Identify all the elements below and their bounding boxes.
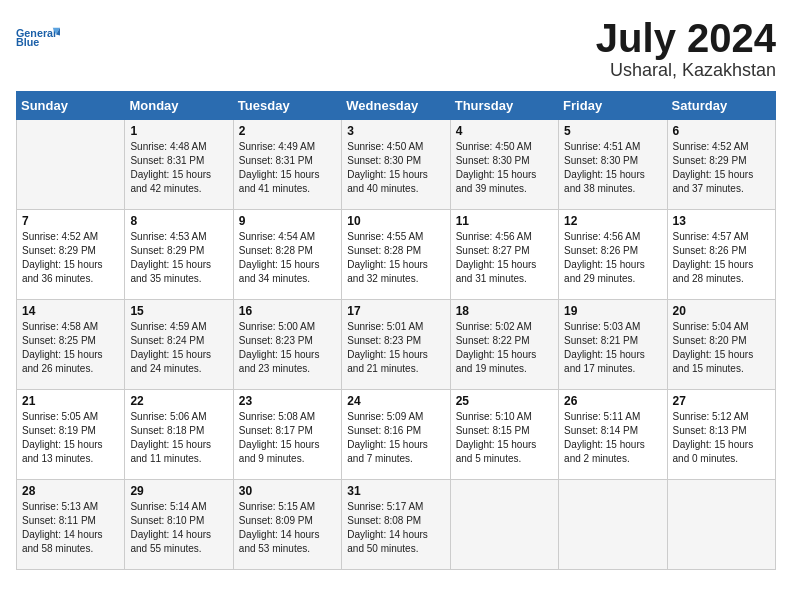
day-info: Sunrise: 5:14 AMSunset: 8:10 PMDaylight:… xyxy=(130,500,227,556)
day-number: 13 xyxy=(673,214,770,228)
calendar-cell: 19Sunrise: 5:03 AMSunset: 8:21 PMDayligh… xyxy=(559,300,667,390)
svg-text:Blue: Blue xyxy=(16,36,39,48)
calendar-cell: 27Sunrise: 5:12 AMSunset: 8:13 PMDayligh… xyxy=(667,390,775,480)
calendar-cell: 13Sunrise: 4:57 AMSunset: 8:26 PMDayligh… xyxy=(667,210,775,300)
calendar-cell: 10Sunrise: 4:55 AMSunset: 8:28 PMDayligh… xyxy=(342,210,450,300)
calendar-cell xyxy=(667,480,775,570)
col-header-tuesday: Tuesday xyxy=(233,92,341,120)
col-header-sunday: Sunday xyxy=(17,92,125,120)
calendar-week-row: 1Sunrise: 4:48 AMSunset: 8:31 PMDaylight… xyxy=(17,120,776,210)
day-info: Sunrise: 4:56 AMSunset: 8:27 PMDaylight:… xyxy=(456,230,553,286)
day-number: 17 xyxy=(347,304,444,318)
day-number: 3 xyxy=(347,124,444,138)
day-info: Sunrise: 5:05 AMSunset: 8:19 PMDaylight:… xyxy=(22,410,119,466)
day-number: 24 xyxy=(347,394,444,408)
calendar-cell: 12Sunrise: 4:56 AMSunset: 8:26 PMDayligh… xyxy=(559,210,667,300)
logo-svg: General Blue xyxy=(16,16,60,60)
calendar-cell: 16Sunrise: 5:00 AMSunset: 8:23 PMDayligh… xyxy=(233,300,341,390)
day-info: Sunrise: 5:03 AMSunset: 8:21 PMDaylight:… xyxy=(564,320,661,376)
day-info: Sunrise: 5:13 AMSunset: 8:11 PMDaylight:… xyxy=(22,500,119,556)
day-info: Sunrise: 4:56 AMSunset: 8:26 PMDaylight:… xyxy=(564,230,661,286)
calendar-cell: 21Sunrise: 5:05 AMSunset: 8:19 PMDayligh… xyxy=(17,390,125,480)
day-number: 21 xyxy=(22,394,119,408)
day-info: Sunrise: 4:50 AMSunset: 8:30 PMDaylight:… xyxy=(347,140,444,196)
col-header-monday: Monday xyxy=(125,92,233,120)
calendar-cell: 5Sunrise: 4:51 AMSunset: 8:30 PMDaylight… xyxy=(559,120,667,210)
day-number: 28 xyxy=(22,484,119,498)
page-header: General Blue July 2024 Usharal, Kazakhst… xyxy=(16,16,776,81)
calendar-cell: 6Sunrise: 4:52 AMSunset: 8:29 PMDaylight… xyxy=(667,120,775,210)
calendar-cell: 14Sunrise: 4:58 AMSunset: 8:25 PMDayligh… xyxy=(17,300,125,390)
calendar-cell: 9Sunrise: 4:54 AMSunset: 8:28 PMDaylight… xyxy=(233,210,341,300)
day-info: Sunrise: 5:17 AMSunset: 8:08 PMDaylight:… xyxy=(347,500,444,556)
calendar-cell: 26Sunrise: 5:11 AMSunset: 8:14 PMDayligh… xyxy=(559,390,667,480)
day-number: 1 xyxy=(130,124,227,138)
day-number: 12 xyxy=(564,214,661,228)
day-number: 9 xyxy=(239,214,336,228)
day-number: 10 xyxy=(347,214,444,228)
day-info: Sunrise: 5:15 AMSunset: 8:09 PMDaylight:… xyxy=(239,500,336,556)
location-title: Usharal, Kazakhstan xyxy=(596,60,776,81)
day-info: Sunrise: 4:52 AMSunset: 8:29 PMDaylight:… xyxy=(673,140,770,196)
day-number: 8 xyxy=(130,214,227,228)
calendar-week-row: 14Sunrise: 4:58 AMSunset: 8:25 PMDayligh… xyxy=(17,300,776,390)
day-number: 6 xyxy=(673,124,770,138)
calendar-cell: 3Sunrise: 4:50 AMSunset: 8:30 PMDaylight… xyxy=(342,120,450,210)
day-number: 25 xyxy=(456,394,553,408)
day-info: Sunrise: 4:54 AMSunset: 8:28 PMDaylight:… xyxy=(239,230,336,286)
day-number: 15 xyxy=(130,304,227,318)
day-number: 5 xyxy=(564,124,661,138)
calendar-cell: 11Sunrise: 4:56 AMSunset: 8:27 PMDayligh… xyxy=(450,210,558,300)
day-number: 16 xyxy=(239,304,336,318)
day-info: Sunrise: 5:10 AMSunset: 8:15 PMDaylight:… xyxy=(456,410,553,466)
day-number: 18 xyxy=(456,304,553,318)
day-info: Sunrise: 5:01 AMSunset: 8:23 PMDaylight:… xyxy=(347,320,444,376)
calendar-cell: 17Sunrise: 5:01 AMSunset: 8:23 PMDayligh… xyxy=(342,300,450,390)
calendar-cell: 28Sunrise: 5:13 AMSunset: 8:11 PMDayligh… xyxy=(17,480,125,570)
day-info: Sunrise: 5:02 AMSunset: 8:22 PMDaylight:… xyxy=(456,320,553,376)
calendar-cell: 29Sunrise: 5:14 AMSunset: 8:10 PMDayligh… xyxy=(125,480,233,570)
day-number: 31 xyxy=(347,484,444,498)
calendar-table: SundayMondayTuesdayWednesdayThursdayFrid… xyxy=(16,91,776,570)
calendar-cell xyxy=(17,120,125,210)
month-title: July 2024 xyxy=(596,16,776,60)
day-info: Sunrise: 5:12 AMSunset: 8:13 PMDaylight:… xyxy=(673,410,770,466)
logo: General Blue xyxy=(16,16,60,60)
calendar-cell xyxy=(450,480,558,570)
day-info: Sunrise: 4:59 AMSunset: 8:24 PMDaylight:… xyxy=(130,320,227,376)
day-info: Sunrise: 4:58 AMSunset: 8:25 PMDaylight:… xyxy=(22,320,119,376)
calendar-cell: 20Sunrise: 5:04 AMSunset: 8:20 PMDayligh… xyxy=(667,300,775,390)
day-info: Sunrise: 4:48 AMSunset: 8:31 PMDaylight:… xyxy=(130,140,227,196)
day-number: 26 xyxy=(564,394,661,408)
day-info: Sunrise: 4:51 AMSunset: 8:30 PMDaylight:… xyxy=(564,140,661,196)
calendar-cell: 24Sunrise: 5:09 AMSunset: 8:16 PMDayligh… xyxy=(342,390,450,480)
day-number: 29 xyxy=(130,484,227,498)
day-info: Sunrise: 4:57 AMSunset: 8:26 PMDaylight:… xyxy=(673,230,770,286)
calendar-cell: 25Sunrise: 5:10 AMSunset: 8:15 PMDayligh… xyxy=(450,390,558,480)
calendar-week-row: 7Sunrise: 4:52 AMSunset: 8:29 PMDaylight… xyxy=(17,210,776,300)
calendar-week-row: 21Sunrise: 5:05 AMSunset: 8:19 PMDayligh… xyxy=(17,390,776,480)
calendar-cell: 8Sunrise: 4:53 AMSunset: 8:29 PMDaylight… xyxy=(125,210,233,300)
col-header-thursday: Thursday xyxy=(450,92,558,120)
day-info: Sunrise: 5:09 AMSunset: 8:16 PMDaylight:… xyxy=(347,410,444,466)
calendar-cell: 30Sunrise: 5:15 AMSunset: 8:09 PMDayligh… xyxy=(233,480,341,570)
calendar-cell xyxy=(559,480,667,570)
day-info: Sunrise: 4:49 AMSunset: 8:31 PMDaylight:… xyxy=(239,140,336,196)
calendar-week-row: 28Sunrise: 5:13 AMSunset: 8:11 PMDayligh… xyxy=(17,480,776,570)
day-info: Sunrise: 4:55 AMSunset: 8:28 PMDaylight:… xyxy=(347,230,444,286)
day-info: Sunrise: 5:00 AMSunset: 8:23 PMDaylight:… xyxy=(239,320,336,376)
day-number: 30 xyxy=(239,484,336,498)
calendar-cell: 2Sunrise: 4:49 AMSunset: 8:31 PMDaylight… xyxy=(233,120,341,210)
calendar-cell: 18Sunrise: 5:02 AMSunset: 8:22 PMDayligh… xyxy=(450,300,558,390)
calendar-cell: 31Sunrise: 5:17 AMSunset: 8:08 PMDayligh… xyxy=(342,480,450,570)
day-number: 22 xyxy=(130,394,227,408)
day-info: Sunrise: 4:53 AMSunset: 8:29 PMDaylight:… xyxy=(130,230,227,286)
calendar-cell: 7Sunrise: 4:52 AMSunset: 8:29 PMDaylight… xyxy=(17,210,125,300)
calendar-cell: 23Sunrise: 5:08 AMSunset: 8:17 PMDayligh… xyxy=(233,390,341,480)
day-info: Sunrise: 5:04 AMSunset: 8:20 PMDaylight:… xyxy=(673,320,770,376)
day-info: Sunrise: 5:11 AMSunset: 8:14 PMDaylight:… xyxy=(564,410,661,466)
day-number: 23 xyxy=(239,394,336,408)
calendar-cell: 15Sunrise: 4:59 AMSunset: 8:24 PMDayligh… xyxy=(125,300,233,390)
day-number: 11 xyxy=(456,214,553,228)
day-number: 20 xyxy=(673,304,770,318)
